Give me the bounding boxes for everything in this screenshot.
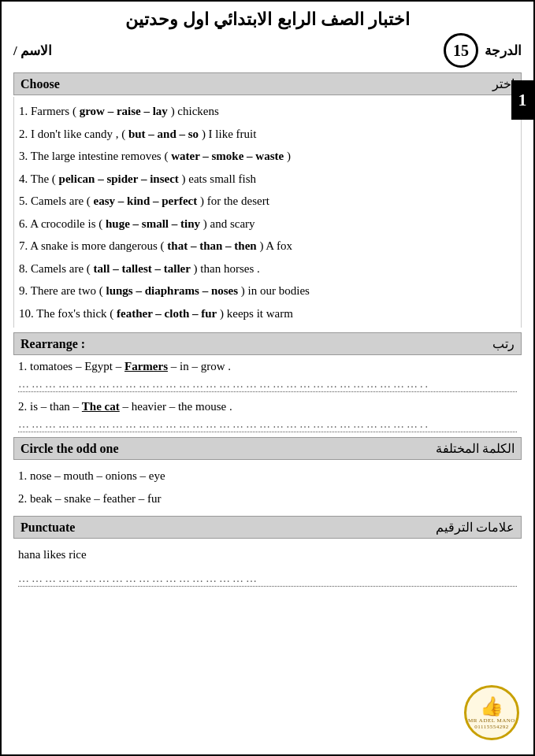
section4-title-ar: علامات الترقيم (436, 520, 515, 535)
r1-part2: – in – grow . (168, 360, 231, 372)
section4-header: Punctuate علامات الترقيم (13, 516, 522, 539)
section3-title-ar: الكلمة المختلفة (436, 441, 515, 456)
section4-title-en: Punctuate (20, 521, 75, 535)
r1-key: Farmers (124, 360, 168, 372)
section2-title-en: Rearrange : (20, 337, 85, 351)
q2-num: 2. (19, 128, 31, 140)
circle-item-1: 1. nose – mouth – onions – eye (18, 465, 517, 487)
grade-circle: 15 (444, 33, 478, 68)
q5-after: ) for the desert (200, 195, 269, 207)
q9-after: ) in our bodies (241, 284, 310, 297)
section2-title-ar: رتب (492, 336, 515, 351)
r2-part1: is – than – (30, 400, 82, 413)
q7-num: 7. (19, 239, 30, 252)
r2-key: The cat (82, 400, 120, 413)
q6-num: 6. (19, 217, 30, 230)
question-7: 7. A snake is more dangerous ( that – th… (19, 235, 516, 258)
circle-items: 1. nose – mouth – onions – eye 2. beak –… (13, 461, 522, 513)
q7-options: that – than – then (167, 239, 256, 252)
q9-num: 9. (19, 284, 31, 297)
q2-before: I don't like candy , ( (31, 128, 128, 140)
q10-after: ) keeps it warm (220, 307, 293, 320)
question-8: 8. Camels are ( tall – tallest – taller … (19, 258, 516, 280)
stamp-phone: 01115554292 (474, 724, 508, 730)
q10-options: feather – cloth – fur (117, 307, 217, 320)
punctuate-text: hana likes rice (18, 543, 517, 566)
question-6: 6. A crocodile is ( huge – small – tiny … (19, 213, 516, 235)
stamp-thumb-icon: 👍 (480, 695, 503, 717)
question-3: 3. The large intestine removes ( water –… (19, 145, 516, 168)
question-4: 4. The ( pelican – spider – insect ) eat… (19, 168, 516, 191)
r2-num: 2. (18, 400, 30, 413)
q8-after: ) than horses . (194, 262, 260, 275)
dotted-line-2: ……………………………………………………………………………….. (18, 418, 517, 432)
q4-options: pelican – spider – insect (59, 172, 179, 185)
q5-num: 5. (19, 195, 31, 207)
section1-title-en: Choose (20, 77, 60, 91)
q8-options: tall – tallest – taller (94, 262, 191, 275)
q4-num: 4. (19, 172, 31, 185)
dotted-line-3: ……………………………………………… (18, 573, 517, 587)
q8-num: 8. (19, 262, 31, 275)
stamp: 👍 MR ADEL MANO 01115554292 (464, 685, 519, 740)
section3-header: Circle the odd one الكلمة المختلفة (13, 437, 522, 460)
rearrange-1: 1. tomatoes – Egypt – Farmers – in – gro… (13, 357, 522, 376)
punctuate-content: hana likes rice ……………………………………………… (13, 540, 522, 595)
grade-box: الدرجة 15 (444, 33, 522, 68)
q3-before: The large intestine removes ( (31, 150, 171, 162)
q2-after: ) I like fruit (202, 128, 257, 140)
rearrange-2: 2. is – than – The cat – heavier – the m… (13, 397, 522, 417)
circle-item-2: 2. beak – snake – feather – fur (18, 487, 517, 510)
q1-options: grow – raise – lay (80, 105, 168, 117)
grade-label: الدرجة (485, 43, 522, 59)
r1-part1: tomatoes – Egypt – (30, 360, 124, 372)
exam-title: اختبار الصف الرابع الابتدائي اول وحدتين (13, 9, 522, 30)
question-9: 9. There are two ( lungs – diaphrams – n… (19, 280, 516, 302)
q4-after: ) eats small fish (182, 172, 257, 185)
section-badge: 1 (511, 80, 533, 120)
q1-after: ) chickens (171, 105, 219, 117)
q1-before: Farmers ( (31, 105, 80, 117)
q8-before: Camels are ( (31, 262, 94, 275)
q6-before: A crocodile is ( (30, 217, 106, 230)
q10-num: 10. (19, 307, 36, 320)
q5-options: easy – kind – perfect (94, 195, 198, 207)
question-5: 5. Camels are ( easy – kind – perfect ) … (19, 190, 516, 213)
q9-options: lungs – diaphrams – noses (106, 284, 239, 297)
q6-options: huge – small – tiny (106, 217, 200, 230)
q9-before: There are two ( (31, 284, 106, 297)
q7-after: ) A fox (259, 239, 292, 252)
q4-before: The ( (31, 172, 59, 185)
r1-num: 1. (18, 360, 30, 372)
name-field: الاسم / (13, 43, 52, 59)
question-1: 1. Farmers ( grow – raise – lay ) chicke… (19, 100, 516, 123)
header: اختبار الصف الرابع الابتدائي اول وحدتين … (13, 9, 522, 68)
q3-after: ) (287, 150, 291, 162)
stamp-name: MR ADEL MANO (468, 717, 515, 724)
q5-before: Camels are ( (31, 195, 94, 207)
q2-options: but – and – so (128, 128, 199, 140)
q6-after: ) and scary (203, 217, 255, 230)
section1-header: Choose اختر (13, 72, 522, 95)
header-row: الاسم / الدرجة 15 (13, 33, 522, 68)
questions-list: 1. Farmers ( grow – raise – lay ) chicke… (13, 97, 522, 328)
q7-before: A snake is more dangerous ( (30, 239, 167, 252)
q3-num: 3. (19, 150, 31, 162)
section2-header: Rearrange : رتب (13, 332, 522, 355)
exam-page: اختبار الصف الرابع الابتدائي اول وحدتين … (0, 0, 535, 756)
question-10: 10. The fox's thick ( feather – cloth – … (19, 302, 516, 325)
q1-num: 1. (19, 105, 31, 117)
q10-before: The fox's thick ( (36, 307, 117, 320)
question-2: 2. I don't like candy , ( but – and – so… (19, 123, 516, 146)
r2-part2: – heavier – the mouse . (120, 400, 232, 413)
dotted-line-1: ……………………………………………………………………………….. (18, 378, 517, 392)
section3-title-en: Circle the odd one (20, 442, 119, 456)
q3-options: water – smoke – waste (171, 150, 284, 162)
